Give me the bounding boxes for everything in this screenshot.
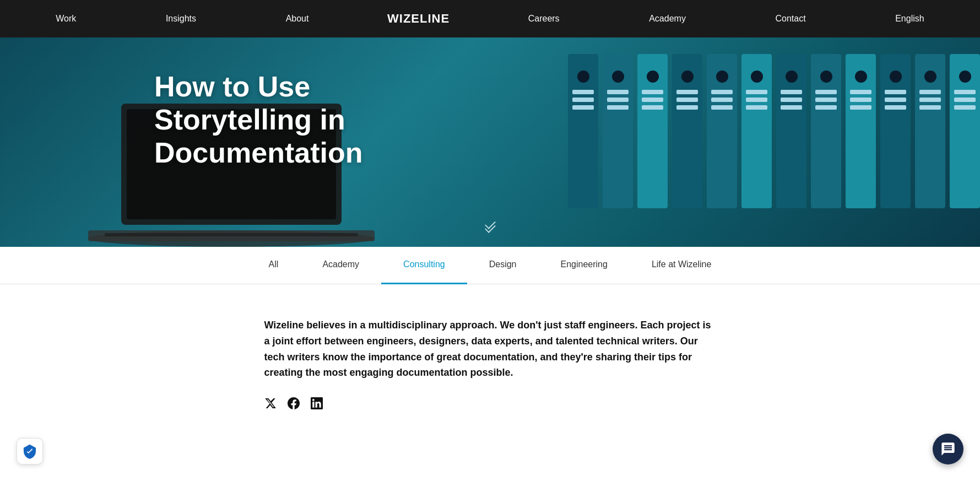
- scroll-indicator[interactable]: [485, 221, 495, 230]
- binder-decoration: [568, 54, 980, 241]
- nav-about[interactable]: About: [275, 14, 320, 24]
- binder-4: [672, 54, 702, 208]
- nav-logo[interactable]: WIZELINE: [387, 12, 450, 26]
- binder-3: [637, 54, 668, 208]
- binder-5: [707, 54, 737, 208]
- binder-12: [950, 54, 980, 208]
- filter-academy[interactable]: Academy: [300, 247, 381, 284]
- binder-8: [811, 54, 841, 208]
- article-intro: Wizeline believes in a multidisciplinary…: [264, 317, 716, 381]
- nav-english[interactable]: English: [884, 14, 935, 24]
- filter-engineering[interactable]: Engineering: [539, 247, 630, 284]
- social-links: [264, 397, 716, 413]
- article-content: Wizeline believes in a multidisciplinary…: [242, 317, 738, 413]
- hero-section: How to Use Storytelling in Documentation: [0, 37, 980, 247]
- filter-consulting[interactable]: Consulting: [381, 247, 467, 284]
- nav-work[interactable]: Work: [45, 14, 87, 24]
- binder-11: [915, 54, 945, 208]
- binder-6: [741, 54, 772, 208]
- nav-academy[interactable]: Academy: [638, 14, 697, 24]
- facebook-link[interactable]: [288, 397, 300, 413]
- linkedin-link[interactable]: [311, 397, 323, 413]
- hero-title: How to Use Storytelling in Documentation: [0, 37, 441, 169]
- chat-button[interactable]: [933, 434, 963, 435]
- binder-1: [568, 54, 598, 208]
- nav-contact[interactable]: Contact: [764, 14, 816, 24]
- navigation: Work Insights About WIZELINE Careers Aca…: [0, 0, 980, 37]
- filter-design[interactable]: Design: [467, 247, 539, 284]
- nav-careers[interactable]: Careers: [517, 14, 571, 24]
- binder-2: [603, 54, 633, 208]
- filter-life[interactable]: Life at Wizeline: [630, 247, 734, 284]
- filter-all[interactable]: All: [247, 247, 301, 284]
- binder-9: [846, 54, 876, 208]
- filter-bar: All Academy Consulting Design Engineerin…: [0, 247, 980, 284]
- twitter-link[interactable]: [264, 397, 277, 413]
- nav-insights[interactable]: Insights: [155, 14, 207, 24]
- binder-10: [880, 54, 911, 208]
- binder-7: [776, 54, 806, 208]
- svg-rect-4: [105, 233, 358, 236]
